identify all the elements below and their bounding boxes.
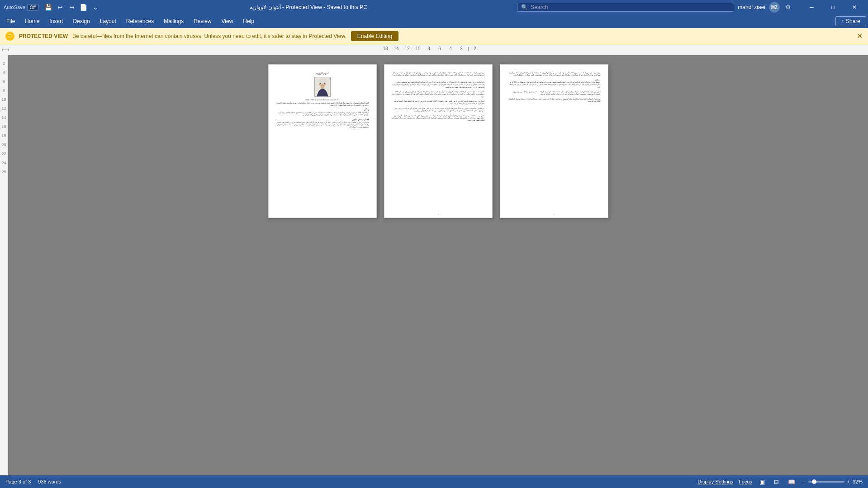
vertical-ruler: 2 4 6 8 10 12 14 16 18 20 22 24 26 xyxy=(0,55,8,475)
page-info: Page 3 of 3 xyxy=(5,479,31,484)
vruler-24: 24 xyxy=(0,158,8,167)
search-icon: 🔍 xyxy=(521,4,528,10)
ruler-10: 10 xyxy=(413,46,423,51)
zoom-in-button[interactable]: + xyxy=(847,479,850,484)
vruler-26: 26 xyxy=(0,167,8,176)
protected-view-label: PROTECTED VIEW xyxy=(19,33,68,39)
document-canvas: آنتوان لاووازیه xyxy=(8,55,868,475)
page-2-text: آووادرو می‌خواست که فلسفه اصلاحی در اقتص… xyxy=(392,72,485,122)
zoom-out-button[interactable]: − xyxy=(802,479,805,484)
menu-bar: File Home Insert Design Layout Reference… xyxy=(0,14,868,28)
user-avatar[interactable]: MZ xyxy=(769,2,780,13)
vruler-10: 10 xyxy=(0,95,8,104)
protected-view-bar: 🛡 PROTECTED VIEW Be careful—files from t… xyxy=(0,28,868,44)
vruler-12: 12 xyxy=(0,104,8,113)
redo-icon[interactable]: ↪ xyxy=(67,3,76,12)
page-1-content: آنتوان لاووازیه xyxy=(276,72,369,128)
more-icon[interactable]: ⌄ xyxy=(91,3,100,12)
svg-point-4 xyxy=(320,83,321,84)
new-doc-icon[interactable]: 📄 xyxy=(79,3,88,12)
vruler-18: 18 xyxy=(0,131,8,140)
menu-file[interactable]: File xyxy=(2,16,19,26)
share-icon: ↑ xyxy=(841,18,844,24)
page-1-portrait xyxy=(314,77,331,97)
menu-help[interactable]: Help xyxy=(238,16,259,26)
vruler-6: 6 xyxy=(0,77,8,86)
vruler-4: 4 xyxy=(0,68,8,77)
share-button[interactable]: ↑ Share xyxy=(835,16,866,26)
autosave-label: AutoSave xyxy=(4,5,25,10)
vruler-2: 2 xyxy=(0,59,8,68)
ruler-6: 6 xyxy=(434,46,445,51)
user-name: mahdi ziaei xyxy=(738,4,765,10)
search-input[interactable] xyxy=(531,4,711,10)
document-title: آنتوان لاووازیه - Protected View - Saved… xyxy=(104,4,513,10)
menu-view[interactable]: View xyxy=(217,16,238,26)
page-1-title: آنتوان لاووازیه xyxy=(276,72,369,75)
page-1-intro: آنتوان لاووازیه شیمیدان فرانسوی و از پای… xyxy=(276,102,369,107)
page-1-section-2-text: لاووازیه در دوران فعالیت خود تحول بزرگی … xyxy=(276,122,369,129)
vruler-22: 22 xyxy=(0,149,8,158)
display-settings-link[interactable]: Display Settings xyxy=(697,479,733,484)
maximize-button[interactable]: □ xyxy=(823,0,843,14)
toolbar-icons: 💾 ↩ ↪ 📄 ⌄ xyxy=(44,3,100,12)
svg-point-2 xyxy=(318,78,327,84)
title-bar: AutoSave Off 💾 ↩ ↪ 📄 ⌄ آنتوان لاووازیه -… xyxy=(0,0,868,14)
ruler-12: 12 xyxy=(402,46,413,51)
status-right: Display Settings Focus ▣ ⊟ 📖 − + 32% xyxy=(697,478,863,486)
vruler-14: 14 xyxy=(0,113,8,122)
menu-layout[interactable]: Layout xyxy=(95,16,121,26)
focus-link[interactable]: Focus xyxy=(739,479,752,484)
pages-row: آنتوان لاووازیه xyxy=(268,64,608,218)
ruler-2b: 2 xyxy=(470,46,480,51)
ruler-8: 8 xyxy=(423,46,434,51)
menu-insert[interactable]: Insert xyxy=(45,16,67,26)
svg-point-5 xyxy=(323,83,324,84)
close-button[interactable]: ✕ xyxy=(844,0,864,14)
menu-mailings[interactable]: Mailings xyxy=(159,16,188,26)
web-layout-button[interactable]: ⊟ xyxy=(772,478,781,486)
zoom-slider[interactable] xyxy=(808,481,844,483)
page-3-text: پروستی و شلی بدون اینکه داشت روی اقتصاد … xyxy=(508,72,601,103)
page-3-number: ۳ xyxy=(554,213,555,216)
page-1-subtitle: (Lavoisier Antoine-Laurent de) (١٧۴٣-١٧٩… xyxy=(276,99,369,101)
ruler-marker xyxy=(468,47,469,51)
menu-design[interactable]: Design xyxy=(68,16,94,26)
page-1-section-1: زندگی xyxy=(276,108,369,111)
menu-references[interactable]: References xyxy=(122,16,158,26)
settings-icon[interactable]: ⚙ xyxy=(783,3,792,12)
status-bar: Page 3 of 3 936 words Display Settings F… xyxy=(0,475,868,488)
page-1-section-2: فعالیت‌های علمی xyxy=(276,118,369,121)
ruler-18: 18 xyxy=(380,46,391,51)
zoom-controls: − + 32% xyxy=(802,479,863,484)
svg-rect-3 xyxy=(321,86,324,89)
menu-review[interactable]: Review xyxy=(189,16,216,26)
ruler-2a: 2 xyxy=(456,46,467,51)
menu-home[interactable]: Home xyxy=(20,16,44,26)
vruler-8: 8 xyxy=(0,86,8,95)
undo-icon[interactable]: ↩ xyxy=(56,3,65,12)
autosave-toggle[interactable]: Off xyxy=(27,4,38,11)
read-mode-button[interactable]: 📖 xyxy=(786,478,797,486)
user-area: mahdi ziaei MZ ⚙ xyxy=(738,2,792,13)
close-protected-bar-button[interactable]: ✕ xyxy=(857,32,863,40)
page-2-number: ۲ xyxy=(438,213,439,216)
page-2-content: آووادرو می‌خواست که فلسفه اصلاحی در اقتص… xyxy=(392,72,485,122)
vruler-20: 20 xyxy=(0,140,8,149)
ruler-14: 14 xyxy=(391,46,402,51)
zoom-level: 32% xyxy=(853,479,863,484)
page-1: آنتوان لاووازیه xyxy=(268,64,377,218)
ruler-4: 4 xyxy=(445,46,456,51)
page-3-content: پروستی و شلی بدون اینکه داشت روی اقتصاد … xyxy=(508,72,601,103)
save-icon[interactable]: 💾 xyxy=(44,3,53,12)
search-box[interactable]: 🔍 xyxy=(517,3,734,12)
vruler-16: 16 xyxy=(0,122,8,131)
protected-view-message: Be careful—files from the Internet can c… xyxy=(72,33,346,39)
print-layout-button[interactable]: ▣ xyxy=(758,478,767,486)
page-1-section-1-text: در ۲۶ اوت ۱۷۴۳ در پاریس از پدر و مادری ث… xyxy=(276,112,369,117)
ruler: ⟼ 18 14 12 10 8 6 4 2 2 xyxy=(0,44,868,55)
autosave-area: AutoSave Off xyxy=(4,4,38,11)
minimize-button[interactable]: ─ xyxy=(802,0,822,14)
word-count: 936 words xyxy=(38,479,61,484)
enable-editing-button[interactable]: Enable Editing xyxy=(351,31,398,41)
